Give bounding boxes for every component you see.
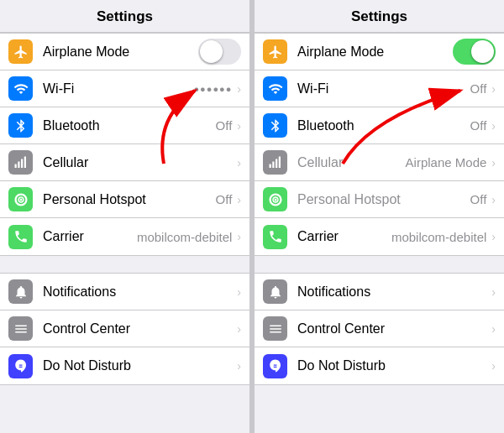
left-row-airplane[interactable]: Airplane Mode [0, 34, 249, 70]
right-chevron-hotspot: › [491, 193, 496, 206]
right-label-wifi: Wi-Fi [297, 81, 470, 97]
left-chevron-bluetooth: › [237, 119, 241, 133]
left-gap [0, 256, 249, 273]
right-row-wifi[interactable]: Wi-Fi Off› [255, 70, 504, 107]
right-chevron-notifications: › [491, 285, 496, 299]
left-icon-dnd [8, 354, 33, 378]
right-chevron-cellular: › [491, 156, 496, 170]
left-row-cellular[interactable]: Cellular › [0, 144, 249, 181]
left-group-2: Notifications › Control Center › Do Not … [0, 273, 249, 385]
right-chevron-wifi: › [491, 82, 496, 96]
svg-rect-6 [272, 161, 274, 168]
left-chevron-hotspot: › [237, 193, 241, 206]
right-value-carrier: mobilcom-debitel [391, 230, 486, 244]
left-label-wifi: Wi-Fi [43, 81, 193, 97]
right-label-notifications: Notifications [297, 284, 490, 300]
left-value-carrier: mobilcom-debitel [137, 230, 232, 244]
right-icon-airplane [263, 39, 287, 64]
left-group-1: Airplane Mode Wi-Fi ●●●●●●› Bluetooth Of… [0, 33, 249, 256]
left-row-controlcenter[interactable]: Control Center › [0, 310, 249, 347]
main-panels: Settings Airplane Mode Wi-Fi ●●●●●●› Blu… [0, 0, 504, 433]
left-label-carrier: Carrier [43, 229, 137, 244]
right-icon-cellular [263, 150, 287, 175]
right-label-airplane: Airplane Mode [297, 44, 449, 60]
right-panel: Settings Airplane Mode Wi-Fi Off› Blueto… [255, 0, 504, 433]
right-chevron-carrier: › [491, 230, 496, 243]
right-label-carrier: Carrier [297, 229, 391, 244]
right-panel-title: Settings [255, 0, 504, 33]
left-label-cellular: Cellular [43, 155, 235, 170]
right-icon-wifi [263, 76, 287, 101]
right-row-dnd[interactable]: Do Not Disturb › [255, 347, 504, 384]
right-value-wifi: Off [470, 81, 487, 96]
left-chevron-dnd: › [237, 359, 241, 373]
left-row-dnd[interactable]: Do Not Disturb › [0, 347, 249, 384]
left-icon-wifi [8, 76, 33, 101]
svg-rect-5 [269, 164, 270, 168]
right-row-controlcenter[interactable]: Control Center › [255, 310, 504, 347]
left-label-bluetooth: Bluetooth [43, 118, 216, 133]
right-label-bluetooth: Bluetooth [297, 118, 470, 133]
left-chevron-notifications: › [237, 285, 241, 299]
right-chevron-controlcenter: › [491, 322, 496, 336]
right-icon-bluetooth [263, 113, 287, 138]
left-panel-title: Settings [0, 0, 249, 33]
left-chevron-carrier: › [237, 230, 241, 243]
left-toggle-airplane[interactable] [198, 39, 241, 65]
left-label-airplane: Airplane Mode [43, 44, 195, 60]
left-panel: Settings Airplane Mode Wi-Fi ●●●●●●› Blu… [0, 0, 249, 433]
right-row-carrier[interactable]: Carrier mobilcom-debitel› [255, 218, 504, 255]
svg-point-4 [19, 198, 22, 201]
left-row-carrier[interactable]: Carrier mobilcom-debitel› [0, 218, 249, 255]
right-gap [255, 256, 504, 273]
right-group-2: Notifications › Control Center › Do Not … [255, 273, 504, 385]
right-chevron-dnd: › [491, 359, 496, 373]
right-icon-dnd [263, 354, 287, 378]
left-icon-airplane [8, 39, 33, 64]
left-chevron-cellular: › [237, 156, 241, 170]
svg-rect-8 [278, 156, 280, 168]
left-row-notifications[interactable]: Notifications › [0, 274, 249, 310]
right-row-cellular[interactable]: Cellular Airplane Mode› [255, 144, 504, 181]
left-value-wifi: ●●●●●● [193, 84, 232, 94]
left-icon-cellular [8, 150, 33, 175]
left-chevron-wifi: › [237, 82, 241, 96]
left-label-dnd: Do Not Disturb [43, 358, 235, 373]
right-value-hotspot: Off [470, 192, 487, 206]
right-row-hotspot[interactable]: Personal Hotspot Off› [255, 181, 504, 218]
right-label-cellular: Cellular [297, 155, 406, 170]
right-icon-hotspot [263, 187, 287, 211]
svg-rect-7 [276, 159, 277, 168]
left-icon-bluetooth [8, 113, 33, 138]
svg-rect-3 [24, 156, 25, 168]
left-label-controlcenter: Control Center [43, 321, 235, 336]
left-value-bluetooth: Off [216, 118, 233, 133]
right-group-1: Airplane Mode Wi-Fi Off› Bluetooth Off› … [255, 33, 504, 256]
left-row-bluetooth[interactable]: Bluetooth Off› [0, 107, 249, 144]
right-toggle-airplane[interactable] [453, 39, 496, 65]
svg-rect-0 [14, 164, 16, 168]
left-value-hotspot: Off [216, 192, 233, 206]
left-row-hotspot[interactable]: Personal Hotspot Off› [0, 181, 249, 218]
left-icon-notifications [8, 279, 33, 304]
left-icon-hotspot [8, 187, 33, 211]
svg-point-9 [274, 198, 276, 201]
right-row-bluetooth[interactable]: Bluetooth Off› [255, 107, 504, 144]
right-label-dnd: Do Not Disturb [297, 358, 490, 373]
left-chevron-controlcenter: › [237, 322, 241, 336]
right-icon-carrier [263, 225, 287, 249]
right-chevron-bluetooth: › [491, 119, 496, 133]
svg-rect-1 [18, 161, 19, 168]
left-icon-controlcenter [8, 316, 33, 341]
right-icon-controlcenter [263, 316, 287, 341]
left-label-hotspot: Personal Hotspot [43, 192, 216, 207]
left-label-notifications: Notifications [43, 284, 235, 300]
left-icon-carrier [8, 225, 33, 249]
right-value-cellular: Airplane Mode [406, 155, 487, 170]
right-icon-notifications [263, 279, 287, 304]
right-label-hotspot: Personal Hotspot [297, 192, 470, 207]
right-row-notifications[interactable]: Notifications › [255, 274, 504, 310]
right-row-airplane[interactable]: Airplane Mode [255, 34, 504, 70]
svg-rect-2 [21, 159, 23, 168]
left-row-wifi[interactable]: Wi-Fi ●●●●●●› [0, 70, 249, 107]
